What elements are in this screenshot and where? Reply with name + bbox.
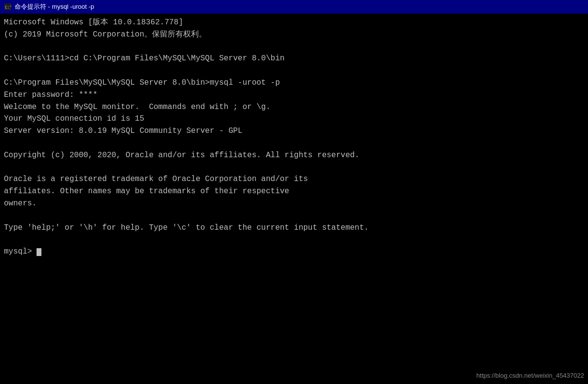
terminal-line: Copyright (c) 2000, 2020, Oracle and/or … [4, 149, 584, 162]
terminal-line: Your MySQL connection id is 15 [4, 113, 584, 125]
terminal-line: Enter password: **** [4, 89, 584, 101]
terminal-line: Microsoft Windows [版本 10.0.18362.778] [4, 17, 584, 29]
terminal-line: (c) 2019 Microsoft Corporation。保留所有权利。 [4, 29, 584, 41]
terminal-body[interactable]: Microsoft Windows [版本 10.0.18362.778](c)… [0, 14, 588, 384]
title-bar-text: 命令提示符 - mysql -uroot -p [15, 2, 584, 11]
terminal-line: Welcome to the MySQL monitor. Commands e… [4, 101, 584, 113]
terminal-line [4, 137, 584, 149]
terminal-line [4, 210, 584, 222]
terminal-line [4, 41, 584, 53]
title-bar: C:\ 命令提示符 - mysql -uroot -p [0, 0, 588, 14]
terminal-cursor [37, 248, 41, 256]
terminal-line: owners. [4, 198, 584, 210]
terminal-line: Oracle is a registered trademark of Orac… [4, 173, 584, 185]
watermark: https://blog.csdn.net/weixin_45437022 [476, 372, 584, 379]
terminal-output: Microsoft Windows [版本 10.0.18362.778](c)… [4, 17, 584, 258]
terminal-line [4, 234, 584, 246]
terminal-line: mysql> [4, 246, 584, 258]
terminal-line: affiliates. Other names may be trademark… [4, 185, 584, 198]
terminal-line [4, 65, 584, 77]
terminal-line: C:\Program Files\MySQL\MySQL Server 8.0\… [4, 77, 584, 89]
terminal-line: Type 'help;' or '\h' for help. Type '\c'… [4, 222, 584, 234]
terminal-line: C:\Users\1111>cd C:\Program Files\MySQL\… [4, 53, 584, 65]
terminal-line [4, 162, 584, 174]
terminal-line: Server version: 8.0.19 MySQL Community S… [4, 125, 584, 137]
cmd-icon: C:\ [4, 3, 12, 11]
svg-text:C:\: C:\ [5, 5, 11, 10]
